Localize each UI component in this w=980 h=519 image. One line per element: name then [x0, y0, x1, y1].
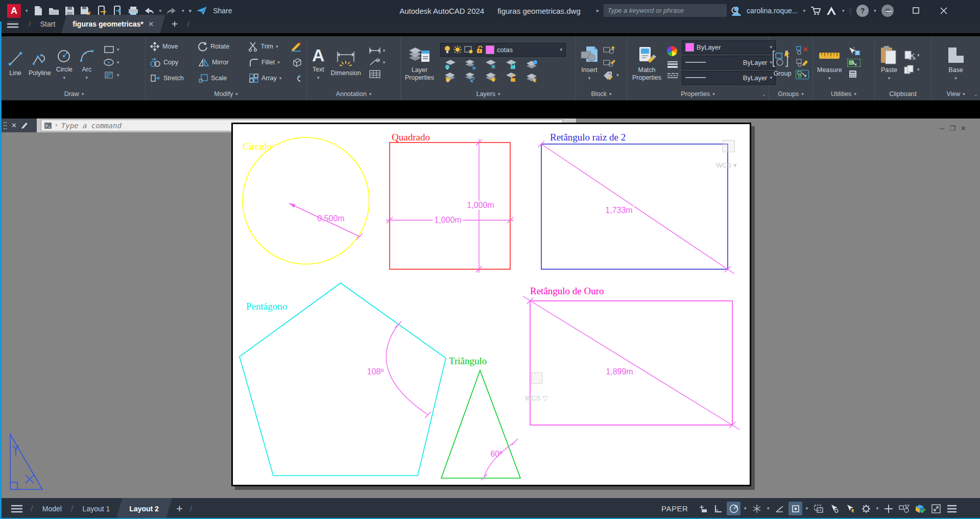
- wcs-ghost-mid[interactable]: WCS ▽: [525, 394, 547, 402]
- navbar-ghost[interactable]: [531, 372, 542, 384]
- insert-button[interactable]: Insert▾: [577, 43, 602, 81]
- base-button[interactable]: Base▾: [943, 43, 969, 81]
- cart-icon[interactable]: [810, 6, 821, 15]
- share-icon[interactable]: [196, 5, 207, 16]
- panel-utilities-label[interactable]: Utilities▾: [813, 89, 874, 99]
- new-layout-button[interactable]: +: [172, 498, 187, 519]
- layer-thaw-tool-icon[interactable]: [484, 72, 497, 82]
- panel-block-label[interactable]: Block▾: [576, 89, 627, 99]
- snap-mode-button[interactable]: [695, 502, 709, 515]
- object-color-dropdown[interactable]: ByLayer ▾: [682, 40, 776, 54]
- open-folder-icon[interactable]: [49, 5, 60, 16]
- panel-layers-label[interactable]: Layers▾: [401, 89, 576, 99]
- tab-model[interactable]: Model: [36, 498, 68, 519]
- move-button[interactable]: Move: [150, 39, 198, 55]
- customization-gear-button[interactable]: [859, 502, 873, 515]
- match-properties-button[interactable]: MatchProperties: [630, 43, 663, 81]
- undo-icon[interactable]: [144, 5, 155, 16]
- save-icon[interactable]: [64, 5, 76, 16]
- layer-off-tool-icon[interactable]: [443, 59, 457, 69]
- scale-button[interactable]: Scale: [198, 70, 249, 86]
- search-input[interactable]: Type a keyword or phrase: [604, 4, 727, 17]
- quick-calculator-icon[interactable]: [847, 70, 858, 78]
- graphics-performance-button[interactable]: [914, 502, 927, 515]
- search-expand-icon[interactable]: ▸: [596, 7, 600, 14]
- isometric-caret-icon[interactable]: ▼: [766, 506, 770, 511]
- rotate-button[interactable]: Rotate: [198, 39, 248, 55]
- ellipse-tool-button[interactable]: ▾: [103, 58, 119, 67]
- ellipse-caret-icon[interactable]: ▾: [117, 60, 119, 65]
- layer-unlock-tool-icon[interactable]: [505, 72, 518, 82]
- view-expander-icon[interactable]: ⌄: [974, 91, 978, 97]
- tab-layout2[interactable]: Layout 2: [116, 498, 172, 519]
- crosshair-size-button[interactable]: [882, 502, 896, 515]
- help-icon[interactable]: ?: [856, 5, 869, 17]
- maximize-button[interactable]: [906, 3, 926, 18]
- plot-icon[interactable]: [128, 5, 139, 16]
- hatch-caret-icon[interactable]: ▾: [117, 73, 119, 78]
- share-label[interactable]: Share: [213, 7, 232, 15]
- wcs-ghost-top[interactable]: WCS ▾: [716, 161, 736, 169]
- polar-tracking-button[interactable]: [727, 502, 740, 515]
- app-menu-caret-icon[interactable]: ▾: [26, 8, 28, 13]
- attributes-caret-icon[interactable]: ▾: [616, 73, 619, 78]
- lineweight-dropdown[interactable]: ByLayer ▾: [682, 56, 776, 69]
- layer-on-tool-icon[interactable]: [443, 72, 457, 82]
- help-caret-icon[interactable]: ▾: [874, 8, 876, 13]
- text-button[interactable]: A Text▾: [310, 44, 327, 81]
- fillet-button[interactable]: Fillet▾: [249, 55, 291, 70]
- command-bar-close-icon[interactable]: ✕: [11, 122, 17, 129]
- polar-caret-icon[interactable]: ▼: [743, 506, 747, 511]
- edit-block-icon[interactable]: [603, 58, 616, 67]
- panel-modify-label[interactable]: Modify▾: [146, 89, 306, 99]
- ortho-mode-button[interactable]: [711, 502, 725, 515]
- layer-freeze-tool-icon[interactable]: [484, 59, 497, 69]
- viewport-restore-icon[interactable]: ❐: [949, 125, 955, 132]
- new-file-icon[interactable]: [33, 5, 44, 16]
- layer-current-tool-icon[interactable]: [525, 72, 538, 82]
- layer-lock-tool-icon[interactable]: [505, 59, 518, 69]
- array-button[interactable]: Array▾: [249, 70, 291, 86]
- dynamic-ucs-button[interactable]: [827, 502, 841, 515]
- measure-button[interactable]: Measure▾: [815, 43, 844, 81]
- linetype-dropdown[interactable]: ByLayer ▾: [682, 71, 776, 85]
- panel-view-label[interactable]: View▾⌄: [931, 89, 980, 99]
- fillet-caret-icon[interactable]: ▾: [277, 60, 280, 65]
- layer-unisolate-tool-icon[interactable]: [464, 72, 477, 82]
- user-avatar-icon[interactable]: [731, 6, 742, 16]
- autocad-logo[interactable]: A: [7, 4, 21, 18]
- save-as-icon[interactable]: [80, 5, 91, 16]
- edit-attributes-icon[interactable]: [603, 70, 615, 80]
- leader-button[interactable]: ▾: [368, 58, 386, 66]
- lineweight-icon[interactable]: [667, 61, 678, 68]
- copy-clip-caret-icon[interactable]: ▾: [917, 67, 920, 72]
- circle-caret-icon[interactable]: ▾: [63, 75, 66, 80]
- minimize-button[interactable]: [878, 3, 899, 18]
- group-selection-toggle[interactable]: [796, 70, 809, 79]
- box-3d-button[interactable]: [291, 55, 302, 70]
- paper-space-indicator[interactable]: PAPER: [661, 504, 688, 513]
- user-caret-icon[interactable]: ▾: [803, 8, 805, 13]
- line-button[interactable]: Line: [4, 48, 27, 77]
- measure-caret-icon[interactable]: ▾: [828, 76, 831, 81]
- document-tab-close-icon[interactable]: ✕: [148, 20, 154, 28]
- drawing-area[interactable]: Círculo Quadrado Retângulo raiz de 2 Pen…: [0, 119, 980, 498]
- fullscreen-button[interactable]: [929, 502, 943, 515]
- paste-caret-icon[interactable]: ▾: [888, 76, 891, 81]
- base-caret-icon[interactable]: ▾: [954, 76, 957, 81]
- quick-select-icon[interactable]: [847, 46, 861, 56]
- erase-pencil-button[interactable]: [290, 39, 302, 55]
- insert-caret-icon[interactable]: ▾: [588, 76, 591, 81]
- trim-caret-icon[interactable]: ▾: [276, 44, 278, 49]
- command-bar-handle[interactable]: ✕: [0, 119, 37, 132]
- polyline-button[interactable]: Polyline: [27, 48, 53, 77]
- trim-button[interactable]: Trim▾: [248, 39, 291, 55]
- tab-layout1[interactable]: Layout 1: [77, 498, 116, 519]
- annotation-objects-button[interactable]: [898, 502, 912, 515]
- group-edit-icon[interactable]: [796, 58, 809, 67]
- dynamic-input-button[interactable]: [843, 502, 857, 515]
- stretch-button[interactable]: Stretch: [150, 70, 198, 86]
- paste-button[interactable]: Paste▾: [877, 43, 901, 81]
- panel-annotation-label[interactable]: Annotation▾: [307, 89, 400, 99]
- panel-properties-label[interactable]: Properties▾⌄: [627, 89, 769, 99]
